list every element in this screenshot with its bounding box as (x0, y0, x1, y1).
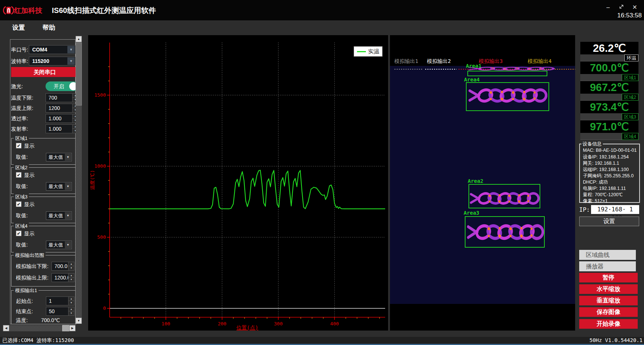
tab-analog-output-4[interactable]: 模拟输出4 (528, 58, 551, 65)
brand-logo-icon (3, 4, 14, 17)
area1-rect[interactable] (467, 71, 547, 76)
zone1-show-label: 显示 (24, 143, 34, 150)
sidebar-vscrollbar[interactable]: ▲ ▼ (76, 36, 82, 324)
temp-low-spinner[interactable]: 700 ▲▼ (46, 93, 79, 102)
end-point-spinner[interactable]: 50 ▲▼ (46, 307, 74, 316)
temperature-line-chart[interactable]: 100200300400050010001500温度(℃)位置(点) (88, 35, 388, 331)
save-image-button[interactable]: 保存图像 (579, 307, 638, 317)
temp-low-label: 温度下限: (11, 95, 33, 101)
baud-rate-label: 波特率: (11, 58, 28, 65)
zone3-show-checkbox[interactable]: ✔ (16, 201, 21, 207)
analog-low-spinner[interactable]: 700.0 ▲▼ (51, 262, 74, 271)
start-recording-button[interactable]: 开始录像 (579, 319, 638, 329)
readout-sidebar: 26.2℃ 环温 700.0℃ 区域1 967.2℃ 区域2 973.4℃ 区域… (577, 35, 644, 337)
hscrollbar-thumb[interactable] (62, 325, 70, 331)
close-serial-button[interactable]: 关闭串口 (11, 67, 78, 77)
transmittance-label: 透过率: (11, 115, 28, 122)
zone1-value-label: 取值: (16, 154, 28, 161)
pause-button[interactable]: 暂停 (579, 273, 638, 282)
device-info-row: 设备IP: 192.168.1.254 (583, 154, 629, 160)
status-version: 50Hz V1.0.54420.1 (590, 337, 643, 343)
zone3-group: 区域3 ✔ 显示 取值: 最大值 ▼ (11, 197, 76, 223)
zone1-value-combo[interactable]: 最大值 ▼ (46, 153, 72, 161)
brand-name: 红加科技 (14, 6, 42, 16)
zone4-value: 最大值 (49, 242, 63, 248)
close-button[interactable]: ✕ (630, 3, 640, 12)
chevron-down-icon[interactable]: ▼ (65, 183, 71, 190)
zone4-show-checkbox[interactable]: ✔ (16, 231, 21, 236)
analog-high-spinner[interactable]: 1200.0 ▲▼ (51, 273, 74, 282)
restore-button[interactable] (617, 3, 626, 12)
spinner-arrows-icon[interactable]: ▲▼ (68, 297, 74, 305)
area2-label: Area2 (468, 178, 483, 184)
ip-input[interactable]: 192·168· 1 ·100 (591, 205, 639, 214)
zone4-label-row: 区域4 (580, 133, 638, 140)
zone1-temp-readout: 700.0℃ (580, 61, 638, 74)
device-info-row: MAC: B8-AE-1D-00-01-01 (583, 148, 637, 153)
vertical-zoom-button[interactable]: 垂直缩放 (579, 296, 638, 305)
analog1-group: 模拟输出1 起始点: 1 ▲▼ 结束点: 50 ▲▼ 温度: 700.0℃ (11, 290, 76, 324)
temp-high-value: 1200 (49, 105, 60, 111)
svg-text:1000: 1000 (94, 163, 106, 169)
laser-toggle[interactable]: 开启 (46, 81, 78, 91)
area4-label: Area4 (464, 77, 480, 83)
scroll-right-icon[interactable]: ▶ (69, 325, 76, 331)
serial-port-combo[interactable]: COM4 ▼ (29, 45, 76, 54)
transmittance-spinner[interactable]: 1.000 ▲▼ (46, 114, 79, 123)
vscrollbar-thumb[interactable] (76, 43, 82, 105)
menu-settings[interactable]: 设置 (12, 23, 25, 32)
tab-analog-output-1[interactable]: 模拟输出1 (394, 58, 418, 65)
tab-analog-output-3[interactable]: 模拟输出3 (479, 58, 503, 65)
analog-range-group: 模拟输出范围 模拟输出下限: 700.0 ▲▼ 模拟输出上限: 1200.0 ▲… (11, 255, 76, 287)
analog1-temp-label: 温度: (16, 317, 28, 324)
analog-low-label: 模拟输出下限: (16, 263, 49, 270)
chevron-down-icon[interactable]: ▼ (65, 241, 71, 248)
svg-text:0: 0 (103, 305, 106, 311)
analog2-marker-line (425, 69, 457, 70)
analog1-temp-value: 700.0℃ (41, 317, 60, 323)
scroll-up-icon[interactable]: ▲ (76, 36, 82, 42)
thermal-image-panel: 模拟输出1 模拟输出2 模拟输出3 模拟输出4 Area1 Area4 Area… (390, 35, 575, 331)
zone2-temp-readout: 967.2℃ (580, 81, 638, 94)
spinner-arrows-icon[interactable]: ▲▼ (68, 307, 74, 315)
zone4-value-combo[interactable]: 最大值 ▼ (46, 241, 72, 249)
svg-text:500: 500 (97, 234, 106, 240)
zone2-show-checkbox[interactable]: ✔ (16, 172, 21, 178)
transmittance-value: 1.000 (49, 115, 61, 121)
emissivity-spinner[interactable]: 1.000 ▲▼ (46, 124, 79, 133)
analog1-title: 模拟输出1 (14, 287, 39, 294)
horizontal-zoom-button[interactable]: 水平缩放 (579, 284, 638, 294)
tab-analog-output-2[interactable]: 模拟输出2 (427, 58, 451, 65)
spinner-arrows-icon[interactable]: ▲▼ (68, 274, 74, 282)
sidebar-hscrollbar[interactable]: ◀ ▶ (3, 325, 76, 331)
chevron-down-icon[interactable]: ▼ (67, 46, 75, 53)
zone1-show-checkbox[interactable]: ✔ (16, 143, 21, 148)
chevron-down-icon[interactable]: ▼ (65, 212, 71, 219)
serial-port-label: 串口号: (11, 47, 28, 53)
zone3-label-row: 区域3 (580, 113, 638, 120)
zone4-temp-readout: 971.0℃ (580, 120, 638, 133)
analog-range-title: 模拟输出范围 (14, 252, 46, 259)
minimize-button[interactable]: – (603, 3, 613, 12)
zone-curve-button[interactable]: 区域曲线 (579, 250, 636, 260)
chevron-down-icon[interactable]: ▼ (67, 57, 75, 65)
scroll-left-icon[interactable]: ◀ (3, 325, 9, 331)
zone2-value-combo[interactable]: 最大值 ▼ (46, 182, 72, 191)
zone3-value-combo[interactable]: 最大值 ▼ (46, 211, 72, 220)
svg-text:400: 400 (330, 321, 339, 326)
temp-high-spinner[interactable]: 1200 ▲▼ (46, 104, 79, 113)
menu-help[interactable]: 帮助 (43, 23, 55, 32)
chevron-down-icon[interactable]: ▼ (65, 154, 71, 161)
zone3-readout-label: 区域3 (622, 113, 638, 120)
spinner-arrows-icon[interactable]: ▲▼ (68, 262, 74, 270)
scroll-down-icon[interactable]: ▼ (76, 318, 82, 324)
ip-set-button[interactable]: 设置 (579, 217, 639, 226)
ambient-label-row: 环温 (580, 54, 638, 61)
zone4-value-label: 取值: (16, 242, 28, 248)
start-point-spinner[interactable]: 1 ▲▼ (46, 297, 74, 305)
emissivity-label: 发射率: (11, 126, 28, 133)
baud-rate-combo[interactable]: 115200 ▼ (29, 57, 76, 66)
player-button[interactable]: 播放器 (579, 261, 636, 271)
temp-high-label: 温度上限: (11, 105, 33, 112)
zone1-readout-label: 区域1 (622, 74, 638, 81)
